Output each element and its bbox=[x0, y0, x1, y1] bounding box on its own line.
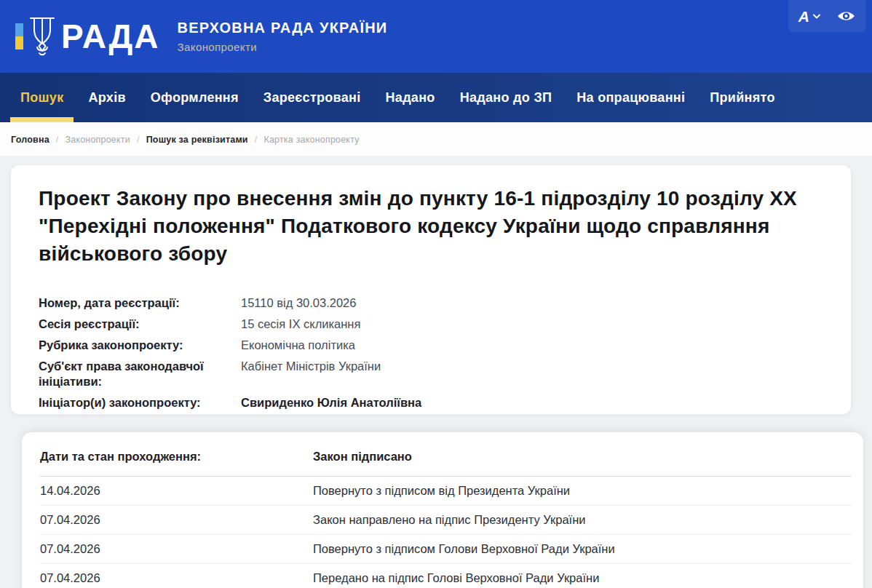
org-title-block: ВЕРХОВНА РАДА УКРАЇНИ Законопроекти bbox=[178, 20, 388, 53]
brand-wordmark: РАДА bbox=[61, 20, 160, 53]
nav-tab-oformlennia[interactable]: Оформлення bbox=[140, 73, 249, 122]
breadcrumb-item-current: Картка законопроекту bbox=[263, 135, 359, 145]
nav-tab-na-opratsiuvanni[interactable]: На опрацюванні bbox=[566, 73, 695, 122]
timeline-col-status-header: Закон підписано bbox=[313, 450, 852, 477]
timeline-date: 07.04.2026 bbox=[40, 506, 313, 535]
detail-value: Економічна політика bbox=[241, 338, 822, 354]
nav-tab-pryiniato[interactable]: Прийнято bbox=[699, 73, 785, 122]
detail-row-session: Сесія реєстрації: 15 сесія IX скликання bbox=[39, 317, 822, 333]
timeline-date: 07.04.2026 bbox=[40, 564, 313, 588]
timeline-date: 07.04.2026 bbox=[40, 535, 313, 564]
breadcrumb-item-bills[interactable]: Законопроекти bbox=[65, 135, 130, 145]
site-header: РАДА ВЕРХОВНА РАДА УКРАЇНИ Законопроекти… bbox=[0, 0, 872, 73]
detail-value: 15 сесія IX скликання bbox=[241, 317, 822, 333]
detail-label: Сесія реєстрації: bbox=[39, 317, 241, 333]
nav-tab-zareiestrovani[interactable]: Зареєстровані bbox=[253, 73, 371, 122]
chevron-down-icon bbox=[813, 14, 820, 19]
timeline-date: 14.04.2026 bbox=[40, 477, 313, 506]
timeline-col-dates-header: Дати та стан проходження: bbox=[40, 450, 313, 477]
timeline-status: Повернуто з підписом від Президента Укра… bbox=[313, 477, 852, 506]
timeline-row: 07.04.2026 Повернуто з підписом Голови В… bbox=[40, 535, 852, 564]
nav-tab-archive[interactable]: Архів bbox=[78, 73, 135, 122]
detail-label: Ініціатор(и) законопроекту: bbox=[39, 395, 241, 411]
nav-tab-search[interactable]: Пошук bbox=[10, 73, 74, 122]
detail-value: 15110 від 30.03.2026 bbox=[241, 295, 822, 311]
nav-tab-nadano-do-zp[interactable]: Надано до ЗП bbox=[450, 73, 563, 122]
header-controls: A bbox=[788, 0, 866, 32]
ukraine-flag-icon bbox=[15, 23, 23, 49]
font-size-letter: A bbox=[798, 9, 809, 24]
timeline-row: 14.04.2026 Повернуто з підписом від През… bbox=[40, 477, 852, 506]
detail-label: Номер, дата реєстрації: bbox=[39, 295, 241, 311]
breadcrumb-separator: / bbox=[56, 135, 59, 145]
timeline-row: 07.04.2026 Передано на підпис Голові Вер… bbox=[40, 564, 852, 588]
eye-icon bbox=[836, 9, 856, 23]
trident-icon bbox=[28, 15, 57, 57]
main-nav: Пошук Архів Оформлення Зареєстровані Над… bbox=[0, 73, 872, 122]
timeline-header-row: Дати та стан проходження: Закон підписан… bbox=[40, 450, 852, 477]
timeline-status: Закон направлено на підпис Президенту Ук… bbox=[313, 506, 852, 535]
timeline-table: Дати та стан проходження: Закон підписан… bbox=[40, 450, 852, 588]
timeline-row: 07.04.2026 Закон направлено на підпис Пр… bbox=[40, 506, 852, 535]
bill-details: Номер, дата реєстрації: 15110 від 30.03.… bbox=[39, 295, 822, 411]
breadcrumb-separator: / bbox=[255, 135, 258, 145]
bill-title: Проект Закону про внесення змін до пункт… bbox=[39, 185, 822, 268]
detail-row-initiative-subject: Суб'єкт права законодавчої ініціативи: К… bbox=[39, 359, 822, 391]
timeline-card: Дати та стан проходження: Закон підписан… bbox=[22, 432, 863, 588]
breadcrumb-separator: / bbox=[137, 135, 140, 145]
bill-card: Проект Закону про внесення змін до пункт… bbox=[10, 164, 852, 415]
detail-value: Кабінет Міністрів України bbox=[241, 359, 822, 375]
detail-row-registration: Номер, дата реєстрації: 15110 від 30.03.… bbox=[39, 295, 822, 311]
timeline-status: Повернуто з підписом Голови Верховної Ра… bbox=[313, 535, 852, 564]
font-size-selector[interactable]: A bbox=[798, 9, 820, 24]
detail-label: Рубрика законопроекту: bbox=[39, 338, 241, 354]
accessibility-eye-button[interactable] bbox=[836, 9, 856, 23]
nav-tab-nadano[interactable]: Надано bbox=[376, 73, 445, 122]
initiator-link[interactable]: Свириденко Юлія Анатоліївна bbox=[241, 395, 822, 411]
org-title: ВЕРХОВНА РАДА УКРАЇНИ bbox=[178, 20, 388, 36]
detail-row-rubric: Рубрика законопроекту: Економічна політи… bbox=[39, 338, 822, 354]
detail-label: Суб'єкт права законодавчої ініціативи: bbox=[39, 359, 241, 391]
breadcrumb-item-search[interactable]: Пошук за реквізитами bbox=[146, 135, 248, 145]
breadcrumb-item-home[interactable]: Головна bbox=[11, 135, 49, 145]
section-subtitle: Законопроекти bbox=[178, 41, 388, 53]
home-logo-link[interactable]: РАДА bbox=[0, 15, 160, 57]
timeline-status: Передано на підпис Голові Верховної Ради… bbox=[313, 564, 852, 588]
detail-row-initiator: Ініціатор(и) законопроекту: Свириденко Ю… bbox=[39, 395, 822, 411]
breadcrumb: Головна / Законопроекти / Пошук за рекві… bbox=[0, 122, 872, 156]
